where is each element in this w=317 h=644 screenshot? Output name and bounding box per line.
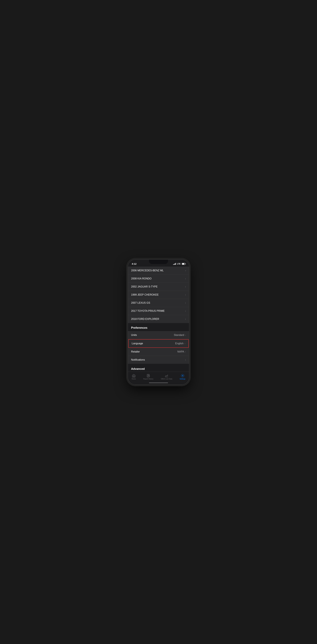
vehicle-list: 2008 KIA RONDO › 2002 JAGUAR S-TYPE › 19… xyxy=(128,275,189,323)
notifications-item[interactable]: Notifications › xyxy=(128,356,189,364)
tab-obd2-label: OBD2 Live Data xyxy=(161,378,172,380)
home-indicator xyxy=(128,381,189,384)
list-item[interactable]: 2007 LEXUS GS › xyxy=(128,299,189,307)
advanced-section-header: Advanced xyxy=(128,364,189,372)
chevron-right-icon: › xyxy=(185,277,186,280)
list-item[interactable]: 2018 FORD EXPLORER › xyxy=(128,315,189,323)
language-value: English xyxy=(175,342,183,345)
tab-settings[interactable]: Settings xyxy=(178,373,187,380)
tab-bar: Home Report History OBD2 Live Data xyxy=(128,372,189,381)
units-value: Standard xyxy=(174,334,184,336)
language-item[interactable]: Language English › xyxy=(128,339,189,348)
vehicle-name: 2018 FORD EXPLORER xyxy=(131,318,159,320)
vehicle-name: 2017 TOYOTA PRIUS PRIME xyxy=(131,310,165,312)
units-chevron-icon: › xyxy=(185,334,186,336)
home-icon xyxy=(132,374,136,378)
chart-icon xyxy=(165,374,168,378)
report-history-icon xyxy=(146,374,150,378)
status-icons: LTE xyxy=(173,263,185,265)
language-chevron-icon: › xyxy=(185,342,185,345)
chevron-right-icon: › xyxy=(185,285,186,288)
tab-report-history[interactable]: Report History xyxy=(141,373,155,380)
preferences-section-header: Preferences xyxy=(128,323,189,331)
list-item[interactable]: 2002 JAGUAR S-TYPE › xyxy=(128,283,189,291)
top-vehicle-item[interactable]: 2006 MERCEDES-BENZ ML › xyxy=(128,266,189,275)
chevron-right-icon: › xyxy=(185,302,186,304)
vehicle-name: 2007 LEXUS GS xyxy=(131,302,150,304)
svg-point-3 xyxy=(182,375,183,376)
vehicle-name: 1999 JEEP CHEROKEE xyxy=(131,294,159,296)
top-vehicle-chevron-icon: › xyxy=(185,269,186,272)
retailer-value: NAPA xyxy=(177,350,184,353)
list-item[interactable]: 2008 KIA RONDO › xyxy=(128,275,189,283)
retailer-label: Retailer xyxy=(131,350,140,353)
chevron-right-icon: › xyxy=(185,294,186,296)
units-item[interactable]: Units Standard › xyxy=(128,331,189,339)
vehicle-name: 2008 KIA RONDO xyxy=(131,277,152,280)
chevron-right-icon: › xyxy=(185,318,186,320)
phone-frame: 4:12 LTE 2006 MERCEDES-BENZ ML › xyxy=(128,259,189,385)
battery-icon xyxy=(182,263,185,265)
vehicle-name: 2002 JAGUAR S-TYPE xyxy=(131,285,158,288)
list-item[interactable]: 2017 TOYOTA PRIUS PRIME › xyxy=(128,307,189,315)
tab-obd2-live-data[interactable]: OBD2 Live Data xyxy=(159,373,174,380)
retailer-chevron-icon: › xyxy=(185,350,186,353)
status-time: 4:12 xyxy=(132,262,136,265)
preferences-card: Units Standard › Language English › xyxy=(128,331,189,364)
retailer-item[interactable]: Retailer NAPA › xyxy=(128,348,189,356)
list-item[interactable]: 1999 JEEP CHEROKEE › xyxy=(128,291,189,299)
tab-home-label: Home xyxy=(132,378,136,380)
scroll-content[interactable]: 2006 MERCEDES-BENZ ML › 2008 KIA RONDO ›… xyxy=(128,266,189,372)
lte-label: LTE xyxy=(177,263,181,265)
gear-icon xyxy=(181,374,185,378)
language-label: Language xyxy=(132,342,143,345)
top-vehicle-name: 2006 MERCEDES-BENZ ML xyxy=(131,269,164,272)
notifications-label: Notifications xyxy=(131,358,145,361)
chevron-right-icon: › xyxy=(185,310,186,312)
notch xyxy=(149,260,168,264)
home-bar xyxy=(149,382,168,383)
units-label: Units xyxy=(131,334,137,336)
screen: 4:12 LTE 2006 MERCEDES-BENZ ML › xyxy=(128,260,189,384)
tab-home[interactable]: Home xyxy=(130,373,138,380)
tab-report-history-label: Report History xyxy=(143,378,153,380)
tab-settings-label: Settings xyxy=(180,378,185,380)
signal-bars-icon xyxy=(173,263,176,265)
notifications-chevron-icon: › xyxy=(185,358,186,361)
